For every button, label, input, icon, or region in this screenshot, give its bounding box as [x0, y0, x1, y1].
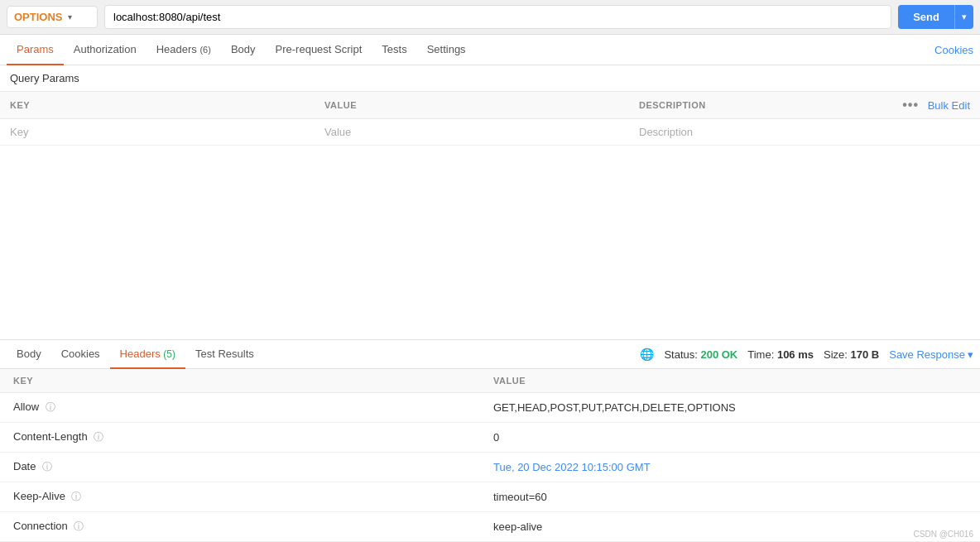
response-key-cell: Content-Length ⓘ: [0, 423, 480, 453]
desc-cell: Description: [629, 119, 881, 146]
response-key-cell: Date ⓘ: [0, 453, 480, 482]
cookies-link[interactable]: Cookies: [934, 36, 973, 65]
globe-icon: 🌐: [640, 348, 654, 361]
col-desc-header: DESCRIPTION: [629, 92, 881, 119]
table-row: Key Value Description: [0, 119, 980, 146]
response-value-cell: timeout=60: [480, 482, 980, 512]
bottom-panel: Body Cookies Headers (5) Test Results 🌐 …: [0, 339, 980, 542]
response-value-cell: 0: [480, 423, 980, 453]
response-table-row: Allow ⓘGET,HEAD,POST,PUT,PATCH,DELETE,OP…: [0, 393, 980, 423]
response-table-row: Connection ⓘkeep-alive: [0, 512, 980, 542]
status-value: 200 OK: [700, 348, 737, 361]
col-actions-header: ••• Bulk Edit: [881, 92, 980, 119]
value-cell: Value: [315, 119, 629, 146]
response-status-area: 🌐 Status: 200 OK Time: 106 ms Size: 170 …: [640, 348, 973, 361]
info-icon: ⓘ: [94, 431, 103, 443]
info-icon: ⓘ: [42, 461, 52, 472]
send-dropdown-button[interactable]: ▾: [954, 5, 973, 29]
method-selector[interactable]: OPTIONS ▾: [7, 6, 98, 28]
response-key-cell: Connection ⓘ: [0, 512, 480, 542]
tab-authorization[interactable]: Authorization: [64, 35, 147, 65]
time-value: 106 ms: [777, 348, 814, 361]
response-table-row: Content-Length ⓘ0: [0, 423, 980, 453]
tab-prerequest[interactable]: Pre-request Script: [266, 35, 372, 65]
response-value-cell: keep-alive: [480, 512, 980, 542]
info-icon: ⓘ: [74, 520, 84, 532]
size-value: 170 B: [851, 348, 880, 361]
response-value-cell: Tue, 20 Dec 2022 10:15:00 GMT: [480, 453, 980, 482]
tab-response-body[interactable]: Body: [7, 340, 51, 369]
tab-params[interactable]: Params: [7, 35, 64, 65]
tab-test-results[interactable]: Test Results: [185, 340, 264, 369]
save-response-button[interactable]: Save Response ▾: [889, 348, 973, 361]
info-icon: ⓘ: [46, 401, 55, 413]
send-button[interactable]: Send: [898, 5, 954, 29]
response-key-cell: Keep-Alive ⓘ: [0, 482, 480, 512]
time-label: Time: 106 ms: [747, 348, 814, 361]
response-headers-badge: (5): [163, 348, 175, 360]
url-input[interactable]: [104, 5, 891, 29]
save-response-chevron: ▾: [968, 348, 973, 361]
tab-tests[interactable]: Tests: [372, 35, 416, 65]
response-tabs: Body Cookies Headers (5) Test Results 🌐 …: [0, 340, 980, 369]
empty-content-area: [0, 146, 980, 311]
response-table-row: Keep-Alive ⓘtimeout=60: [0, 482, 980, 512]
request-nav-tabs: Params Authorization Headers (6) Body Pr…: [0, 35, 980, 65]
more-options-icon[interactable]: •••: [902, 98, 919, 112]
tab-settings[interactable]: Settings: [417, 35, 476, 65]
query-params-title: Query Params: [0, 65, 980, 91]
save-response-label: Save Response: [889, 348, 965, 361]
tab-body[interactable]: Body: [221, 35, 266, 65]
actions-cell: [881, 119, 980, 146]
key-cell: Key: [0, 119, 315, 146]
response-table-row: Date ⓘTue, 20 Dec 2022 10:15:00 GMT: [0, 453, 980, 482]
response-key-cell: Allow ⓘ: [0, 393, 480, 423]
tab-headers[interactable]: Headers (6): [147, 35, 221, 65]
bulk-edit-button[interactable]: Bulk Edit: [928, 99, 970, 112]
top-bar: OPTIONS ▾ Send ▾: [0, 0, 980, 35]
send-button-group: Send ▾: [898, 5, 973, 29]
chevron-down-icon: ▾: [68, 12, 72, 22]
info-icon: ⓘ: [71, 491, 81, 502]
response-value-cell: GET,HEAD,POST,PUT,PATCH,DELETE,OPTIONS: [480, 393, 980, 423]
status-label: Status: 200 OK: [664, 348, 737, 361]
headers-badge: (6): [199, 45, 210, 55]
size-label: Size: 170 B: [824, 348, 879, 361]
col-key-header: KEY: [0, 92, 315, 119]
watermark: CSDN @CH016: [914, 530, 973, 539]
response-headers-table: KEY VALUE Allow ⓘGET,HEAD,POST,PUT,PATCH…: [0, 369, 980, 542]
tab-response-headers[interactable]: Headers (5): [110, 340, 185, 369]
method-label: OPTIONS: [14, 11, 63, 23]
tab-response-cookies[interactable]: Cookies: [51, 340, 110, 369]
col-value-header: VALUE: [315, 92, 629, 119]
response-col-value: VALUE: [480, 369, 980, 393]
response-col-key: KEY: [0, 369, 480, 393]
query-params-table: KEY VALUE DESCRIPTION ••• Bulk Edit Key …: [0, 91, 980, 146]
